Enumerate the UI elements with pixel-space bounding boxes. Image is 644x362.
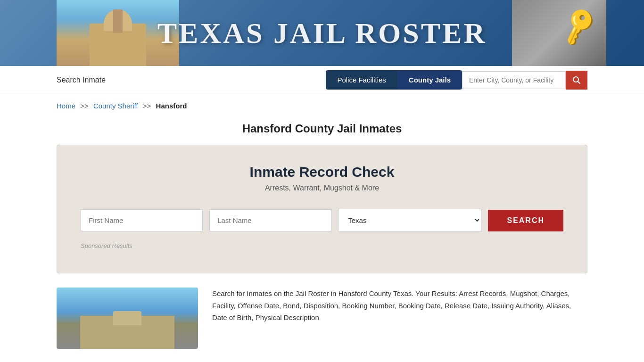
sponsored-results-label: Sponsored Results	[81, 242, 563, 249]
header-banner: Texas Jail Roster	[0, 0, 644, 66]
last-name-input[interactable]	[209, 209, 331, 231]
search-icon	[572, 76, 581, 84]
breadcrumb-current: Hansford	[156, 102, 187, 110]
state-select[interactable]: AlabamaAlaskaArizonaArkansasCaliforniaCo…	[338, 209, 481, 232]
facility-search-button[interactable]	[566, 71, 587, 90]
search-container: Inmate Record Check Arrests, Warrant, Mu…	[57, 145, 587, 273]
nav-buttons: Police Facilities County Jails	[326, 70, 587, 90]
capitol-dome	[104, 9, 132, 31]
search-inmate-label: Search Inmate	[57, 76, 326, 84]
breadcrumb-home[interactable]: Home	[57, 102, 75, 110]
county-jails-button[interactable]: County Jails	[397, 70, 462, 90]
svg-line-1	[578, 81, 580, 83]
breadcrumb: Home >> County Sheriff >> Hansford	[0, 94, 644, 117]
police-facilities-button[interactable]: Police Facilities	[326, 70, 397, 90]
description-text: Search for Inmates on the Jail Roster in…	[212, 288, 587, 349]
bottom-section: Search for Inmates on the Jail Roster in…	[0, 288, 644, 349]
breadcrumb-sep-1: >>	[80, 102, 89, 110]
record-check-title: Inmate Record Check	[81, 164, 563, 180]
search-form: AlabamaAlaskaArizonaArkansasCaliforniaCo…	[81, 209, 563, 232]
breadcrumb-sep-2: >>	[143, 102, 151, 110]
page-title: Hansford County Jail Inmates	[0, 117, 644, 145]
inmate-search-button[interactable]: SEARCH	[488, 210, 563, 231]
breadcrumb-county-sheriff[interactable]: County Sheriff	[93, 102, 138, 110]
first-name-input[interactable]	[81, 209, 203, 231]
facility-search-input[interactable]	[462, 71, 566, 89]
site-title: Texas Jail Roster	[157, 16, 487, 50]
keys-image	[512, 0, 606, 66]
building-image	[57, 288, 198, 349]
record-check-subtitle: Arrests, Warrant, Mugshot & More	[81, 184, 563, 192]
navbar: Search Inmate Police Facilities County J…	[0, 66, 644, 94]
